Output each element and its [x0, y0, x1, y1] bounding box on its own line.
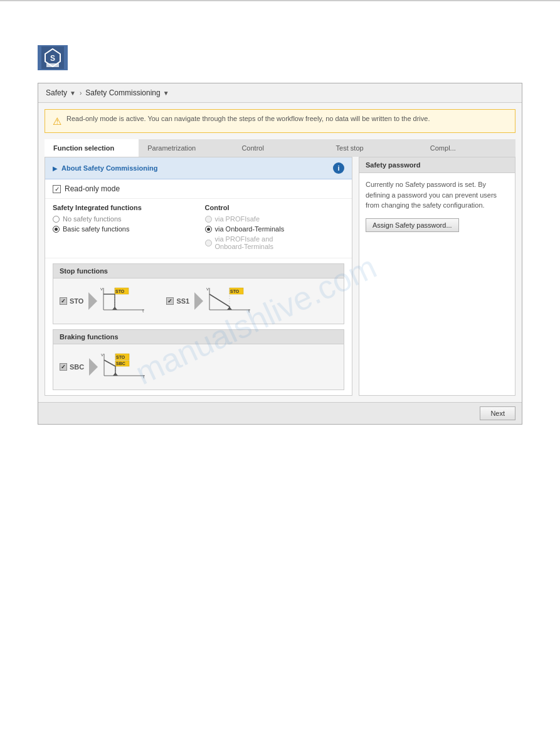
wizard-step-parametrization[interactable]: Parametrization [139, 139, 233, 157]
info-icon[interactable]: i [333, 162, 344, 174]
expand-icon: ▶ [53, 165, 58, 172]
wizard-step-function-selection[interactable]: Function selection [45, 139, 139, 157]
svg-text:STO: STO [115, 289, 125, 294]
wizard-step-control[interactable]: Control [233, 139, 327, 157]
sbc-diagram: v t STO SBC [89, 351, 148, 383]
radio-profisafe[interactable]: via PROFIsafe [205, 215, 345, 223]
svg-marker-13 [112, 307, 117, 310]
right-panel: Safety password Currently no Safety pass… [359, 157, 515, 396]
radio-onboard-circle [205, 226, 212, 233]
ss1-item: SS1 v t [166, 285, 253, 317]
svg-text:v: v [206, 286, 209, 292]
breadcrumb-commissioning-label: Safety Commissioning [85, 88, 160, 97]
sbc-checkbox[interactable] [60, 363, 67, 371]
radio-both[interactable]: via PROFIsafe andOnboard-Terminals [205, 235, 345, 250]
svg-text:STO: STO [116, 355, 125, 359]
readonly-label: Read-only mode [65, 184, 120, 193]
svg-text:t: t [143, 374, 145, 379]
readonly-checkbox[interactable] [53, 185, 61, 193]
radio-both-label: via PROFIsafe andOnboard-Terminals [215, 235, 274, 250]
safety-password-body: Currently no Safety password is set. By … [359, 173, 515, 238]
about-label: About Safety Commissioning [61, 164, 157, 172]
warning-icon: ⚠ [53, 115, 61, 127]
safety-integrated-title: Safety Integrated functions [53, 204, 193, 211]
svg-text:t: t [248, 308, 250, 314]
sbc-arrow [89, 358, 98, 376]
sto-checkbox[interactable] [60, 297, 67, 305]
svg-marker-21 [227, 307, 232, 310]
radio-profisafe-label: via PROFIsafe [215, 215, 260, 223]
sto-label: STO [70, 297, 83, 305]
breadcrumb-commissioning-dropdown[interactable]: ▼ [163, 90, 169, 97]
ss1-checkbox[interactable] [166, 297, 174, 305]
sbc-item: SBC v t [60, 351, 148, 383]
sbc-checkbox-row[interactable]: SBC [60, 363, 84, 371]
sto-diagram: v t STO [88, 285, 147, 317]
braking-functions-section: Braking functions SBC [53, 329, 344, 390]
radio-onboard[interactable]: via Onboard-Terminals [205, 225, 345, 233]
svg-text:t: t [142, 308, 144, 314]
wizard-steps: Function selection Parametrization Contr… [45, 139, 515, 157]
svg-text:SBC: SBC [116, 361, 125, 366]
config-columns: Safety Integrated functions No safety fu… [45, 199, 352, 258]
sto-checkbox-row[interactable]: STO [60, 297, 83, 305]
left-panel: ▶ About Safety Commissioning i Read-only… [45, 157, 352, 396]
control-title: Control [205, 204, 345, 211]
breadcrumb-safety[interactable]: Safety ▼ [46, 88, 76, 97]
svg-text:v: v [101, 352, 103, 358]
breadcrumb-safety-label: Safety [46, 88, 67, 97]
ss1-label: SS1 [176, 297, 189, 305]
logo-area: S [0, 39, 560, 83]
radio-both-circle [205, 240, 212, 246]
safety-integrated-col: Safety Integrated functions No safety fu… [53, 204, 193, 253]
radio-no-safety[interactable]: No safety functions [53, 215, 193, 223]
safety-password-description: Currently no Safety password is set. By … [366, 179, 509, 211]
radio-profisafe-circle [205, 216, 212, 223]
radio-onboard-label: via Onboard-Terminals [215, 225, 285, 233]
stop-functions-content: STO v [53, 278, 344, 324]
svg-text:S: S [50, 54, 55, 63]
main-panel: Safety ▼ › Safety Commissioning ▼ ⚠ Read… [38, 83, 522, 425]
top-border [0, 0, 560, 1]
radio-no-safety-circle [53, 216, 60, 223]
assign-password-button[interactable]: Assign Safety password... [366, 218, 459, 232]
ss1-arrow [194, 292, 203, 310]
control-col: Control via PROFIsafe via Onboard-Termin… [205, 204, 345, 253]
content-area: ▶ About Safety Commissioning i Read-only… [45, 157, 515, 396]
radio-basic-safety[interactable]: Basic safety functions [53, 225, 193, 233]
breadcrumb-safety-dropdown[interactable]: ▼ [70, 90, 76, 97]
footer-bar: Next [38, 402, 522, 424]
sbc-label: SBC [70, 363, 84, 371]
sto-arrow [88, 292, 97, 310]
braking-functions-header: Braking functions [53, 330, 344, 344]
sto-item: STO v [60, 285, 147, 317]
stop-functions-section: Stop functions STO [53, 263, 344, 324]
stop-functions-header: Stop functions [53, 264, 344, 278]
braking-functions-content: SBC v t [53, 344, 344, 389]
breadcrumb-separator: › [80, 90, 82, 97]
svg-text:v: v [100, 286, 103, 292]
ss1-svg: v t STO [203, 285, 253, 317]
ss1-checkbox-row[interactable]: SS1 [166, 297, 189, 305]
readonly-row: Read-only mode [45, 179, 352, 199]
breadcrumb-commissioning[interactable]: Safety Commissioning ▼ [85, 88, 169, 97]
sbc-svg: v t STO SBC [98, 351, 148, 383]
safety-password-header: Safety password [359, 157, 515, 173]
about-section[interactable]: ▶ About Safety Commissioning i [45, 157, 352, 179]
radio-basic-safety-circle [53, 226, 60, 233]
svg-marker-31 [113, 373, 118, 376]
warning-text: Read-only mode is active. You can naviga… [66, 115, 430, 122]
breadcrumb-bar: Safety ▼ › Safety Commissioning ▼ [38, 83, 522, 103]
wizard-step-test-stop[interactable]: Test stop [327, 139, 421, 157]
radio-basic-safety-label: Basic safety functions [63, 225, 129, 233]
wizard-step-compl[interactable]: Compl... [421, 139, 515, 157]
sto-svg: v t STO [97, 285, 147, 317]
warning-banner: ⚠ Read-only mode is active. You can navi… [45, 109, 515, 133]
app-logo: S [38, 45, 68, 70]
ss1-diagram: v t STO [194, 285, 253, 317]
radio-no-safety-label: No safety functions [63, 215, 122, 223]
svg-text:STO: STO [230, 289, 240, 294]
about-section-left: ▶ About Safety Commissioning [53, 164, 157, 172]
next-button[interactable]: Next [480, 406, 515, 420]
